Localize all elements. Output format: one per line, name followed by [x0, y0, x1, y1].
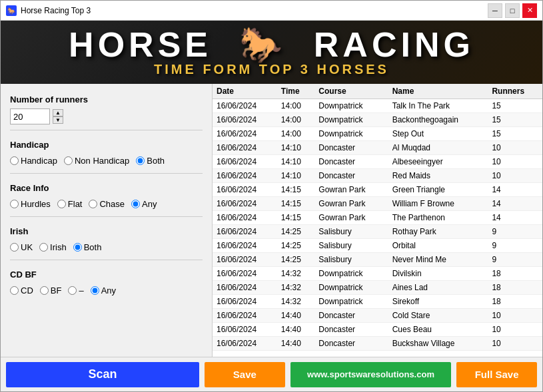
handicap-label: Handicap — [10, 140, 203, 150]
banner-text: HORSE 🐎 RACING TIME FORM TOP 3 HORSES — [69, 27, 474, 77]
svg-text:🐎: 🐎 — [7, 7, 16, 15]
table-cell: 14:40 — [277, 309, 315, 323]
table-cell: 14:00 — [277, 113, 315, 127]
banner: HORSE 🐎 RACING TIME FORM TOP 3 HORSES — [1, 21, 542, 84]
handicap-option-handicap[interactable]: Handicap — [10, 156, 57, 166]
table-cell: 14 — [488, 197, 542, 211]
table-cell: 14:32 — [277, 281, 315, 295]
table-row: 16/06/202414:15Gowran ParkThe Parthenon1… — [213, 211, 542, 225]
table-cell: Salisbury — [314, 225, 388, 239]
table-cell: Downpatrick — [314, 267, 388, 281]
table-cell: 14:25 — [277, 239, 315, 253]
table-cell: Doncaster — [314, 141, 388, 155]
table-cell: 16/06/2024 — [213, 253, 277, 267]
maximize-button[interactable]: □ — [505, 3, 520, 18]
table-cell: Doncaster — [314, 309, 388, 323]
col-course: Course — [314, 84, 388, 99]
table-cell: Doncaster — [314, 155, 388, 169]
raceinfo-option-flat[interactable]: Flat — [57, 199, 83, 209]
table-cell: Sirekoff — [388, 295, 488, 309]
cdbf-option-any[interactable]: Any — [91, 286, 116, 295]
save-button[interactable]: Save — [205, 362, 285, 387]
raceinfo-option-hurdles[interactable]: Hurdles — [10, 199, 51, 209]
table-cell: Downpatrick — [314, 295, 388, 309]
table-cell: 14:10 — [277, 169, 315, 183]
table-cell: 14 — [488, 211, 542, 225]
runners-down-button[interactable]: ▼ — [53, 116, 63, 124]
minimize-button[interactable]: ─ — [488, 3, 502, 18]
table-cell: William F Browne — [388, 197, 488, 211]
table-row: 16/06/202414:25SalisburyRothay Park9 — [213, 225, 542, 239]
runners-spinner: ▲ ▼ — [53, 109, 63, 124]
runners-up-button[interactable]: ▲ — [53, 109, 63, 116]
header-row: Date Time Course Name Runners — [213, 84, 542, 99]
table-cell: 10 — [488, 309, 542, 323]
table-cell: Aines Lad — [388, 281, 488, 295]
raceinfo-chase-label: Chase — [99, 199, 125, 209]
table-header: Date Time Course Name Runners — [213, 84, 542, 99]
raceinfo-option-chase[interactable]: Chase — [89, 199, 125, 209]
website-button[interactable]: www.sportswaresolutions.com — [290, 362, 452, 387]
cdbf-option-bf[interactable]: BF — [40, 286, 62, 295]
irish-option-uk[interactable]: UK — [10, 242, 33, 252]
table-cell: 14:00 — [277, 127, 315, 141]
handicap-option-nonhandicap[interactable]: Non Handicap — [64, 156, 129, 166]
table-cell: Downpatrick — [314, 127, 388, 141]
data-table-panel[interactable]: Date Time Course Name Runners 16/06/2024… — [213, 84, 542, 357]
table-row: 16/06/202414:40DoncasterCues Beau10 — [213, 323, 542, 337]
table-cell: 14:32 — [277, 267, 315, 281]
table-row: 16/06/202414:32DownpatrickSirekoff18 — [213, 295, 542, 309]
table-cell: Salisbury — [314, 239, 388, 253]
table-row: 16/06/202414:15Gowran ParkWilliam F Brow… — [213, 197, 542, 211]
runners-input[interactable] — [10, 108, 50, 124]
table-cell: 10 — [488, 141, 542, 155]
title-bar: 🐎 Horse Racing Top 3 ─ □ ✕ — [1, 1, 542, 21]
table-cell: 15 — [488, 99, 542, 113]
divider-2 — [10, 173, 203, 174]
table-cell: 14:25 — [277, 225, 315, 239]
table-cell: Never Mind Me — [388, 253, 488, 267]
irish-option-both[interactable]: Both — [73, 242, 102, 252]
raceinfo-option-any[interactable]: Any — [131, 199, 157, 209]
table-row: 16/06/202414:15Gowran ParkGreen Triangle… — [213, 183, 542, 197]
table-cell: 10 — [488, 155, 542, 169]
banner-subtitle: TIME FORM TOP 3 HORSES — [69, 62, 474, 77]
app-icon: 🐎 — [6, 5, 17, 16]
window-title: Horse Racing Top 3 — [21, 6, 91, 15]
col-time: Time — [277, 84, 315, 99]
left-panel: Number of runners ▲ ▼ Handicap Handicap … — [1, 84, 213, 357]
scan-button[interactable]: Scan — [6, 362, 199, 387]
bottom-bar: Scan Save www.sportswaresolutions.com Fu… — [1, 357, 542, 391]
table-cell: Downpatrick — [314, 99, 388, 113]
table-cell: 18 — [488, 295, 542, 309]
table-cell: Salisbury — [314, 253, 388, 267]
table-cell: 14:40 — [277, 323, 315, 337]
divider-1 — [10, 130, 203, 130]
table-row: 16/06/202414:32DownpatrickAines Lad18 — [213, 281, 542, 295]
table-cell: 16/06/2024 — [213, 309, 277, 323]
irish-irish-label: Irish — [50, 242, 67, 252]
irish-label: Irish — [10, 226, 203, 236]
table-cell: 16/06/2024 — [213, 141, 277, 155]
table-row: 16/06/202414:10DoncasterRed Maids10 — [213, 169, 542, 183]
raceinfo-flat-label: Flat — [68, 199, 83, 209]
table-cell: 10 — [488, 323, 542, 337]
table-cell: Downpatrick — [314, 113, 388, 127]
cdbf-option-dash[interactable]: – — [68, 286, 83, 295]
cdbf-option-cd[interactable]: CD — [10, 286, 33, 295]
table-cell: 14:10 — [277, 141, 315, 155]
table-cell: 16/06/2024 — [213, 183, 277, 197]
raceinfo-any-label: Any — [142, 199, 157, 209]
irish-both-label: Both — [84, 242, 102, 252]
table-cell: 16/06/2024 — [213, 155, 277, 169]
close-button[interactable]: ✕ — [522, 3, 537, 18]
handicap-option-nonhandicap-label: Non Handicap — [75, 156, 129, 166]
fullsave-button[interactable]: Full Save — [456, 362, 537, 387]
irish-option-irish[interactable]: Irish — [39, 242, 67, 252]
table-cell: 16/06/2024 — [213, 113, 277, 127]
table-cell: 16/06/2024 — [213, 267, 277, 281]
table-cell: 16/06/2024 — [213, 281, 277, 295]
table-cell: Al Muqdad — [388, 141, 488, 155]
table-cell: Doncaster — [314, 337, 388, 351]
handicap-option-both[interactable]: Both — [136, 156, 165, 166]
